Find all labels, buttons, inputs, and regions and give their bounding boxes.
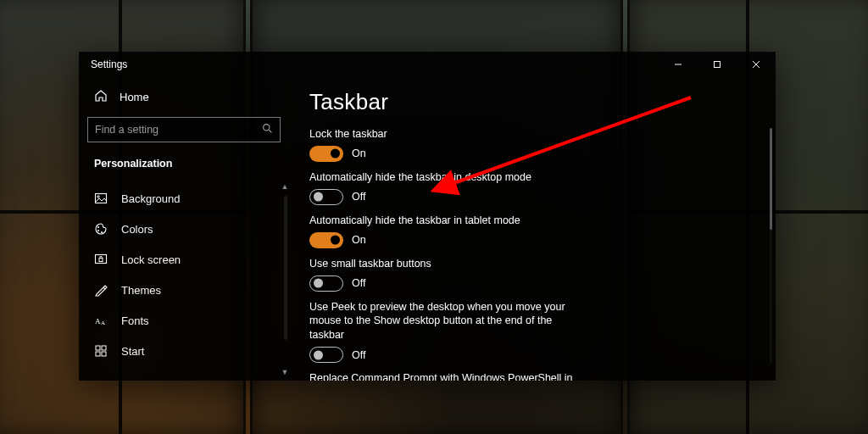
sidebar-scroll-up[interactable]: ▲: [280, 181, 289, 192]
page-title: Taskbar: [309, 89, 757, 115]
svg-point-8: [97, 226, 99, 228]
toggle-lock-taskbar[interactable]: [309, 146, 343, 162]
setting-label: Replace Command Prompt with Windows Powe…: [309, 371, 589, 381]
maximize-button[interactable]: [698, 52, 737, 77]
setting-label: Automatically hide the taskbar in tablet…: [309, 214, 757, 228]
close-icon: [752, 60, 760, 69]
svg-point-9: [97, 230, 99, 231]
settings-window: Settings Home Persona: [79, 52, 776, 381]
sidebar-item-label: Colors: [121, 223, 153, 236]
toggle-state-text: Off: [352, 191, 365, 203]
setting-autohide-tablet: Automatically hide the taskbar in tablet…: [309, 214, 757, 248]
titlebar[interactable]: Settings: [79, 52, 776, 77]
search-input[interactable]: [95, 124, 262, 136]
setting-label: Lock the taskbar: [309, 127, 757, 142]
setting-powershell: Replace Command Prompt with Windows Powe…: [309, 371, 757, 381]
fonts-icon: AA: [94, 314, 108, 327]
content-area: Taskbar Lock the taskbar On Automaticall…: [289, 77, 776, 381]
home-icon: [94, 89, 108, 105]
toggle-autohide-desktop[interactable]: [309, 189, 343, 205]
sidebar-home[interactable]: Home: [87, 82, 281, 112]
search-icon: [262, 123, 273, 136]
sidebar: Home Personalization Background Colors: [79, 77, 289, 381]
setting-peek: Use Peek to preview the desktop when you…: [309, 300, 757, 364]
sidebar-scroll-down[interactable]: ▼: [280, 367, 289, 377]
maximize-icon: [713, 60, 721, 69]
sidebar-nav: Background Colors Lock screen Themes AA …: [87, 183, 281, 366]
minimize-button[interactable]: [659, 52, 698, 77]
sidebar-item-label: Fonts: [121, 314, 149, 327]
start-icon: [94, 344, 108, 358]
svg-text:A: A: [101, 320, 105, 326]
content-scrollbar[interactable]: [770, 128, 772, 364]
sidebar-item-label: Lock screen: [121, 253, 181, 266]
sidebar-item-start[interactable]: Start: [87, 336, 281, 366]
svg-rect-16: [102, 346, 106, 350]
svg-rect-1: [715, 62, 721, 68]
toggle-state-text: Off: [352, 349, 365, 361]
setting-small-buttons: Use small taskbar buttons Off: [309, 257, 757, 292]
toggle-state-text: On: [352, 147, 366, 159]
palette-icon: [94, 222, 108, 236]
lock-screen-icon: [94, 253, 108, 266]
svg-point-4: [264, 125, 270, 131]
setting-label: Automatically hide the taskbar in deskto…: [309, 170, 757, 185]
sidebar-item-colors[interactable]: Colors: [87, 214, 281, 244]
svg-point-10: [101, 231, 103, 233]
svg-rect-12: [99, 259, 103, 262]
sidebar-item-label: Start: [121, 345, 144, 358]
setting-label: Use small taskbar buttons: [309, 257, 757, 271]
setting-lock-taskbar: Lock the taskbar On: [309, 127, 757, 162]
sidebar-scrollbar[interactable]: [284, 196, 287, 340]
sidebar-item-themes[interactable]: Themes: [87, 275, 281, 305]
minimize-icon: [674, 60, 682, 69]
image-icon: [94, 192, 108, 205]
sidebar-home-label: Home: [120, 91, 149, 103]
sidebar-item-lock-screen[interactable]: Lock screen: [87, 244, 281, 275]
sidebar-category: Personalization: [87, 151, 281, 178]
toggle-autohide-tablet[interactable]: [309, 232, 343, 248]
toggle-small-buttons[interactable]: [309, 275, 343, 292]
window-title: Settings: [91, 58, 127, 70]
svg-text:A: A: [95, 317, 101, 326]
sidebar-item-label: Background: [121, 192, 180, 205]
sidebar-item-fonts[interactable]: AA Fonts: [87, 305, 281, 336]
svg-rect-17: [96, 352, 100, 356]
toggle-state-text: On: [352, 234, 366, 246]
toggle-state-text: Off: [352, 277, 365, 289]
themes-icon: [94, 283, 108, 297]
toggle-peek[interactable]: [309, 347, 343, 363]
svg-rect-18: [102, 352, 106, 356]
sidebar-item-label: Themes: [121, 284, 161, 297]
content-scrollbar-thumb[interactable]: [770, 128, 772, 230]
sidebar-item-background[interactable]: Background: [87, 183, 281, 214]
svg-point-7: [97, 196, 99, 198]
search-box[interactable]: [87, 117, 281, 142]
setting-autohide-desktop: Automatically hide the taskbar in deskto…: [309, 170, 757, 205]
svg-line-5: [269, 130, 271, 132]
setting-label: Use Peek to preview the desktop when you…: [309, 300, 589, 343]
close-button[interactable]: [737, 52, 776, 77]
svg-rect-15: [96, 346, 100, 350]
